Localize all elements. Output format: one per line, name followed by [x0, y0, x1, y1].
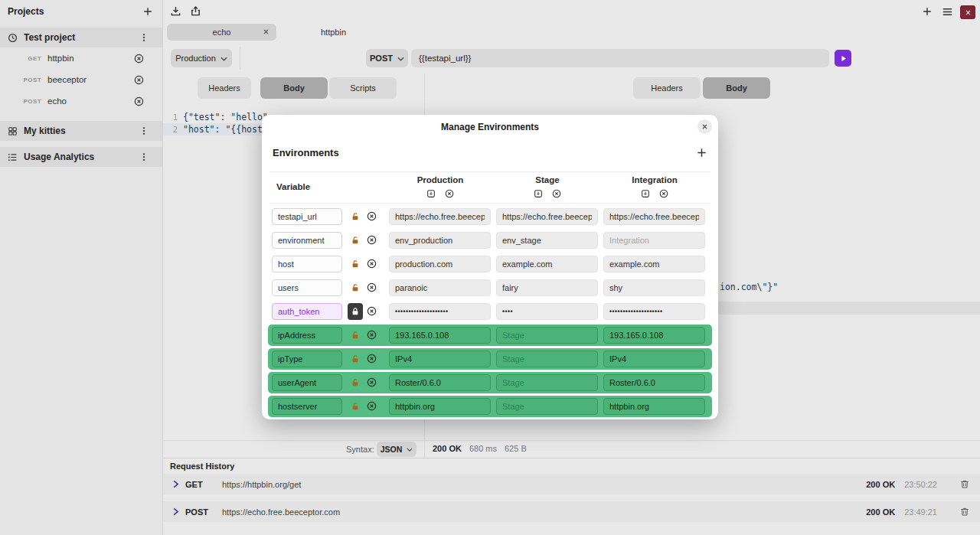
variable-value-input[interactable]	[496, 351, 598, 367]
variable-value-input[interactable]	[389, 398, 491, 415]
variable-value-input[interactable]	[603, 256, 705, 272]
variable-value-input[interactable]	[389, 232, 491, 249]
delete-variable-icon[interactable]	[367, 282, 377, 292]
tab-response-body[interactable]: Body	[703, 77, 770, 99]
lock-toggle-button[interactable]	[348, 279, 363, 296]
variable-value-input[interactable]	[603, 374, 705, 391]
delete-variable-icon[interactable]	[367, 377, 377, 387]
variable-value-input[interactable]	[389, 279, 491, 296]
lock-toggle-button[interactable]	[348, 351, 363, 367]
kebab-menu-icon[interactable]	[139, 152, 149, 162]
lock-toggle-button[interactable]	[348, 327, 363, 344]
sidebar-request-beeceptor[interactable]: POST beeceptor	[0, 69, 162, 90]
tab-response-headers[interactable]: Headers	[633, 77, 701, 99]
close-window-button[interactable]	[960, 5, 975, 19]
chevron-right-icon[interactable]	[172, 480, 179, 488]
request-url-input[interactable]	[411, 49, 829, 67]
tab-echo[interactable]: echo	[167, 24, 276, 41]
sidebar-request-echo[interactable]: POST echo	[0, 90, 162, 112]
sidebar-item-my-kitties[interactable]: My kitties	[0, 121, 162, 141]
lock-toggle-button[interactable]	[348, 303, 363, 320]
activate-environment-icon[interactable]	[534, 189, 543, 198]
method-select[interactable]: POST	[366, 49, 408, 67]
variable-value-input[interactable]	[496, 208, 598, 225]
variable-value-input[interactable]	[603, 279, 705, 296]
trash-icon[interactable]	[960, 479, 969, 489]
sidebar-request-httpbin[interactable]: GET httpbin	[0, 47, 162, 69]
delete-variable-icon[interactable]	[367, 306, 377, 316]
variable-value-input[interactable]	[603, 208, 705, 225]
lock-toggle-button[interactable]	[348, 398, 363, 415]
variable-value-input[interactable]	[389, 208, 491, 225]
variable-value-input[interactable]	[603, 303, 705, 320]
lock-toggle-button[interactable]	[348, 256, 363, 272]
history-row[interactable]: GET https://httpbin.org/get 200 OK 23:50…	[163, 474, 980, 494]
variable-value-input[interactable]	[496, 327, 598, 344]
variable-value-input[interactable]	[389, 256, 491, 272]
delete-environment-icon[interactable]	[552, 189, 561, 198]
activate-environment-icon[interactable]	[641, 189, 650, 198]
variable-value-input[interactable]	[389, 351, 491, 367]
delete-environment-icon[interactable]	[659, 189, 668, 198]
lock-toggle-button[interactable]	[348, 208, 363, 225]
tab-request-headers[interactable]: Headers	[198, 77, 251, 99]
close-tab-icon[interactable]	[263, 28, 270, 35]
delete-variable-icon[interactable]	[367, 401, 377, 411]
remove-request-icon[interactable]	[134, 75, 144, 85]
variable-name-input[interactable]	[272, 256, 342, 272]
close-icon[interactable]	[697, 119, 712, 134]
variable-value-input[interactable]	[389, 327, 491, 344]
trash-icon[interactable]	[960, 507, 969, 517]
add-variable-icon[interactable]	[696, 147, 707, 158]
sidebar-item-usage-analytics[interactable]: Usage Analytics	[0, 147, 162, 167]
variable-value-input[interactable]	[496, 374, 598, 391]
variable-name-input[interactable]	[272, 327, 342, 344]
delete-environment-icon[interactable]	[445, 189, 454, 198]
remove-request-icon[interactable]	[134, 96, 144, 106]
remove-request-icon[interactable]	[134, 54, 144, 64]
variable-value-input[interactable]	[603, 351, 705, 367]
kebab-menu-icon[interactable]	[139, 32, 149, 43]
response-body-text: ion.com\"}"	[720, 282, 778, 292]
delete-variable-icon[interactable]	[367, 259, 377, 269]
send-request-button[interactable]	[835, 50, 851, 67]
variable-value-input[interactable]	[389, 303, 491, 320]
export-icon[interactable]	[190, 5, 201, 17]
environment-select[interactable]: Production	[171, 49, 232, 67]
delete-variable-icon[interactable]	[367, 330, 377, 340]
variable-value-input[interactable]	[603, 398, 705, 415]
variable-name-input[interactable]	[272, 303, 342, 320]
history-row[interactable]: POST https://echo.free.beeceptor.com 200…	[163, 501, 980, 522]
add-tab-icon[interactable]	[922, 6, 933, 17]
delete-variable-icon[interactable]	[367, 211, 377, 221]
variable-value-input[interactable]	[603, 327, 705, 344]
tab-request-body[interactable]: Body	[260, 77, 328, 99]
variable-value-input[interactable]	[496, 303, 598, 320]
add-project-button[interactable]	[142, 6, 153, 17]
variable-value-input[interactable]	[603, 232, 705, 249]
tab-request-scripts[interactable]: Scripts	[329, 77, 397, 99]
tab-httpbin[interactable]: httpbin	[276, 24, 390, 41]
variable-value-input[interactable]	[496, 279, 598, 296]
variable-name-input[interactable]	[272, 398, 342, 415]
variable-name-input[interactable]	[272, 374, 342, 391]
variable-name-input[interactable]	[272, 232, 342, 249]
lock-toggle-button[interactable]	[348, 374, 363, 391]
chevron-right-icon[interactable]	[172, 507, 179, 516]
import-icon[interactable]	[170, 5, 181, 17]
variable-value-input[interactable]	[496, 398, 598, 415]
variable-name-input[interactable]	[272, 208, 342, 225]
variable-value-input[interactable]	[496, 232, 598, 249]
kebab-menu-icon[interactable]	[139, 126, 149, 136]
delete-variable-icon[interactable]	[367, 235, 377, 245]
variable-value-input[interactable]	[496, 256, 598, 272]
variable-value-input[interactable]	[389, 374, 491, 391]
variable-name-input[interactable]	[272, 351, 342, 367]
delete-variable-icon[interactable]	[367, 354, 377, 364]
variable-name-input[interactable]	[272, 279, 342, 296]
syntax-select[interactable]: JSON	[377, 442, 416, 457]
activate-environment-icon[interactable]	[426, 189, 436, 198]
lock-toggle-button[interactable]	[348, 232, 363, 249]
sidebar-item-test-project[interactable]: Test project	[0, 28, 162, 47]
menu-icon[interactable]	[942, 6, 953, 18]
